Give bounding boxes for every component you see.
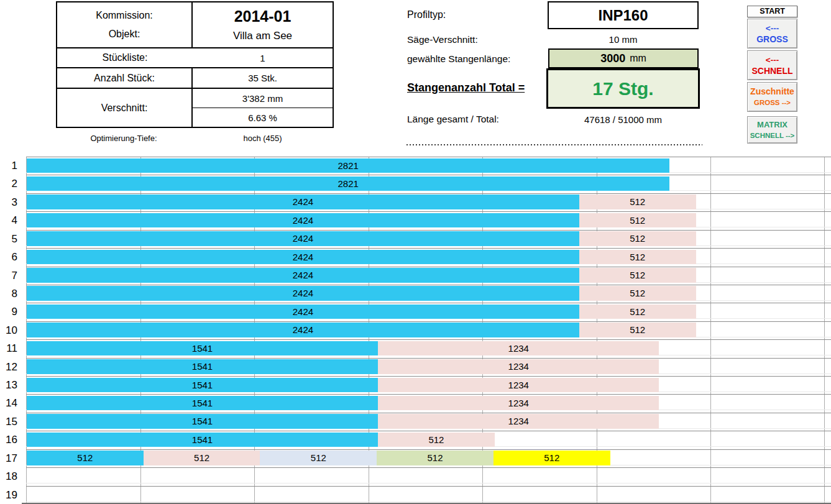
- bar-segment-cyan: 1541: [27, 359, 378, 374]
- row-gridline: [26, 486, 831, 487]
- row-gridline: [26, 321, 831, 322]
- bar-segment-cyan: 2424: [27, 268, 579, 283]
- bar-segment-pink: 512: [579, 195, 696, 209]
- kommission-objekt-values: 2014-01 Villa am See: [193, 2, 333, 47]
- row-gridline: [26, 230, 831, 231]
- laenge-gesamt-label: Länge gesamt / Total:: [407, 114, 499, 125]
- row-number: 4: [0, 213, 17, 228]
- row-number: 9: [0, 305, 17, 319]
- dotted-separator: [406, 144, 702, 145]
- row-gridline: [26, 376, 831, 377]
- matrix-label: MATRIX: [757, 119, 787, 130]
- chart-row-4: 42424512: [0, 211, 831, 229]
- chart-row-10: 102424512: [0, 321, 831, 339]
- stangenlaenge-value-box[interactable]: 3000 mm: [548, 48, 699, 68]
- bar-segment-lightblue: 512: [260, 451, 377, 465]
- start-button[interactable]: START: [747, 6, 797, 17]
- bar-segment-cyan: 2821: [27, 176, 669, 191]
- row-gridline: [26, 339, 831, 340]
- row-number: 18: [0, 469, 17, 484]
- row-gridline-light: [26, 483, 831, 483]
- row-gridline: [26, 358, 831, 359]
- row-number: 11: [0, 341, 17, 356]
- bar-segment-cyan: 2424: [27, 213, 579, 228]
- schnell-back-button[interactable]: <--- SCHNELL: [747, 50, 797, 80]
- row-number: 19: [0, 488, 17, 503]
- row-number: 3: [0, 195, 17, 210]
- chart-row-6: 62424512: [0, 248, 831, 266]
- stangenanzahl-total-box: 17 Stg.: [546, 68, 700, 109]
- bar-segment-cyan: 2424: [27, 231, 579, 246]
- bar-segment-pink: 1234: [378, 396, 659, 411]
- zuschnitte-gross-button[interactable]: Zuschnitte GROSS -->: [747, 82, 797, 112]
- objekt-label: Objekt:: [109, 29, 140, 40]
- start-button-label: START: [760, 6, 785, 17]
- chart-row-17: 17512512512512512: [0, 449, 831, 467]
- bar-segment-pink: 512: [579, 268, 696, 283]
- cutting-plan-chart: 1282122821324245124242451252424512624245…: [0, 157, 831, 504]
- optimierung-value: hoch (455): [191, 134, 334, 146]
- chart-row-1: 12821: [0, 157, 831, 175]
- stangenanzahl-total-label: Stangenanzahl Total =: [407, 81, 525, 94]
- row-number: 2: [0, 176, 17, 191]
- bar-segment-pink: 512: [579, 286, 696, 301]
- row-gridline: [26, 193, 831, 194]
- bar-segment-pink: 1234: [378, 378, 659, 393]
- saege-verschnitt-value[interactable]: 10 mm: [548, 34, 699, 45]
- profiltyp-value-box[interactable]: INP160: [548, 1, 699, 29]
- chart-row-18: 18: [0, 467, 831, 485]
- row-gridline: [26, 157, 831, 157]
- anzahl-label: Anzahl Stück:: [57, 68, 193, 88]
- verschnitt-row: Verschnitt: 3'382 mm 6.63 %: [57, 88, 333, 127]
- stueckliste-value-cell[interactable]: 1: [193, 48, 333, 67]
- row-number: 10: [0, 323, 17, 338]
- chart-row-16: 161541512: [0, 431, 831, 449]
- chart-row-7: 72424512: [0, 267, 831, 285]
- stangenlaenge-value: 3000: [600, 52, 625, 65]
- optimierung-label: Optimierung-Tiefe:: [56, 134, 191, 146]
- chart-row-3: 32424512: [0, 193, 831, 211]
- row-number: 13: [0, 378, 17, 393]
- kommission-value-cell[interactable]: 2014-01: [234, 7, 292, 25]
- row-gridline: [26, 431, 831, 431]
- row-gridline: [26, 211, 831, 212]
- profiltyp-label: Profiltyp:: [407, 9, 446, 21]
- row-number: 7: [0, 268, 17, 283]
- bar-segment-cyan: 2424: [27, 323, 579, 337]
- kommission-objekt-labels: Kommission: Objekt:: [57, 2, 193, 47]
- zuschnitte-label: Zuschnitte: [750, 86, 794, 97]
- bar-segment-cyan: 1541: [27, 433, 378, 447]
- verschnitt-mm-cell: 3'382 mm: [193, 89, 333, 108]
- row-gridline: [26, 394, 831, 395]
- bar-segment-pink: 512: [144, 451, 260, 465]
- objekt-value-cell[interactable]: Villa am See: [233, 30, 292, 42]
- row-gridline: [26, 413, 831, 413]
- chart-row-5: 52424512: [0, 230, 831, 248]
- optimierung-row: Optimierung-Tiefe: hoch (455): [56, 134, 334, 146]
- gross-back-button[interactable]: <--- GROSS: [747, 19, 797, 48]
- bar-segment-pink: 512: [579, 250, 696, 265]
- zuschnitte-sub-label: GROSS -->: [754, 97, 791, 108]
- anzahl-row: Anzahl Stück: 35 Stk.: [57, 67, 333, 88]
- bar-segment-cyan: 1541: [27, 396, 378, 411]
- bar-segment-cyan: 2424: [27, 286, 579, 301]
- bar-segment-pink: 512: [579, 323, 696, 337]
- stangenlaenge-label: gewählte Stangenlänge:: [407, 53, 510, 65]
- bar-segment-cyan: 512: [27, 451, 144, 465]
- chart-row-15: 1515411234: [0, 413, 831, 431]
- chart-row-12: 1215411234: [0, 358, 831, 376]
- bar-segment-cyan: 2424: [27, 250, 579, 265]
- row-gridline-light: [26, 502, 831, 502]
- schnell-label: SCHNELL: [751, 65, 792, 76]
- spreadsheet-page: { "left_table": { "kommission_label": "K…: [0, 0, 831, 504]
- bar-segment-cyan: 1541: [27, 378, 378, 393]
- bar-segment-pink: 512: [579, 231, 696, 246]
- chart-row-13: 1315411234: [0, 376, 831, 394]
- bar-segment-cyan: 2424: [27, 305, 579, 319]
- chart-row-14: 1415411234: [0, 394, 831, 412]
- row-number: 17: [0, 451, 17, 466]
- verschnitt-label: Verschnitt:: [57, 89, 193, 127]
- matrix-schnell-button[interactable]: MATRIX SCHNELL -->: [747, 116, 797, 144]
- chart-row-2: 22821: [0, 175, 831, 193]
- row-number: 6: [0, 250, 17, 265]
